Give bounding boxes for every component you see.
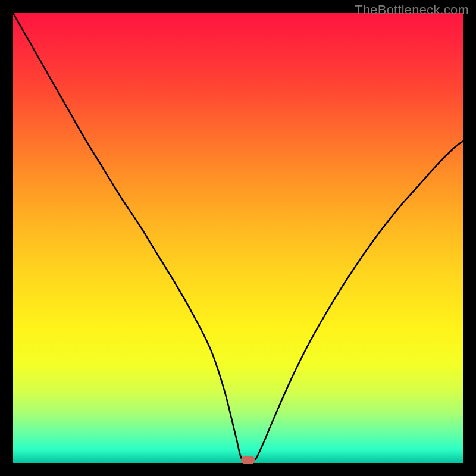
plot-area: [13, 13, 463, 463]
bottleneck-curve: [13, 13, 463, 463]
optimum-marker: [241, 456, 255, 464]
curve-path: [13, 13, 463, 463]
chart-frame: TheBottleneck.com: [0, 0, 476, 476]
watermark-text: TheBottleneck.com: [355, 2, 469, 18]
